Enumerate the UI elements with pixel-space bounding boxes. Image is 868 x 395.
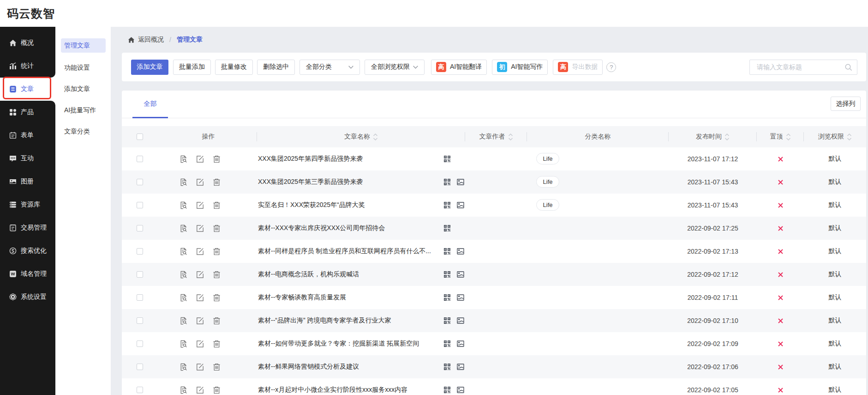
select-all-checkbox[interactable] bbox=[137, 134, 143, 140]
delete-article-icon[interactable] bbox=[213, 386, 221, 394]
submenu-item-3[interactable]: 添加文章 bbox=[55, 78, 111, 99]
row-checkbox[interactable] bbox=[137, 202, 143, 208]
sidebar-item-9[interactable]: 交易管理 bbox=[0, 216, 55, 239]
permission-filter-select[interactable]: 全部浏览权限 bbox=[365, 60, 425, 75]
row-checkbox[interactable] bbox=[137, 317, 143, 324]
sidebar-item-2[interactable]: 统计 bbox=[0, 55, 55, 78]
preview-article-icon[interactable] bbox=[180, 386, 187, 394]
article-title[interactable]: 素材--XXX专家出席庆祝XXX公司周年招待会 bbox=[258, 224, 385, 232]
ai-writing-button[interactable]: 初 AI智能写作 bbox=[492, 60, 548, 75]
article-title[interactable]: XXX集团2025年第三季新品强势来袭 bbox=[258, 178, 363, 186]
delete-article-icon[interactable] bbox=[213, 155, 221, 163]
not-pinned-cross-icon[interactable] bbox=[778, 157, 783, 162]
search-input[interactable] bbox=[749, 60, 857, 75]
delete-article-icon[interactable] bbox=[213, 271, 221, 279]
submenu-item-4[interactable]: AI批量写作 bbox=[55, 99, 111, 121]
row-checkbox[interactable] bbox=[137, 179, 143, 185]
not-pinned-cross-icon[interactable] bbox=[778, 203, 783, 208]
image-icon[interactable] bbox=[457, 271, 464, 278]
row-checkbox[interactable] bbox=[137, 225, 143, 231]
search-icon[interactable] bbox=[844, 63, 852, 71]
delete-selected-button[interactable]: 删除选中 bbox=[257, 60, 295, 75]
article-title[interactable]: 素材--x月起对中小微企业实行阶段性xxx服务xxx内容 bbox=[258, 386, 407, 394]
qr-code-icon[interactable] bbox=[443, 248, 451, 255]
home-icon[interactable] bbox=[128, 36, 135, 43]
article-title[interactable]: 素材--“品牌出海” 跨境电商专家学者及行业大家 bbox=[258, 316, 391, 325]
delete-article-icon[interactable] bbox=[213, 340, 221, 348]
sidebar-item-5[interactable]: 表单 bbox=[0, 124, 55, 147]
not-pinned-cross-icon[interactable] bbox=[778, 318, 783, 323]
category-filter-select[interactable]: 全部分类 bbox=[299, 60, 360, 75]
qr-code-icon[interactable] bbox=[443, 363, 451, 371]
not-pinned-cross-icon[interactable] bbox=[778, 388, 783, 393]
qr-code-icon[interactable] bbox=[443, 294, 451, 301]
batch-edit-button[interactable]: 批量修改 bbox=[215, 60, 253, 75]
preview-article-icon[interactable] bbox=[180, 225, 187, 232]
batch-add-button[interactable]: 批量添加 bbox=[173, 60, 211, 75]
submenu-item-5[interactable]: 文章分类 bbox=[55, 121, 111, 142]
preview-article-icon[interactable] bbox=[180, 201, 187, 209]
header-cell-pinned[interactable]: 置顶 bbox=[757, 126, 804, 147]
row-checkbox[interactable] bbox=[137, 248, 143, 255]
edit-article-icon[interactable] bbox=[196, 155, 204, 163]
sort-icon[interactable] bbox=[786, 134, 791, 140]
breadcrumb-back-link[interactable]: 返回概况 bbox=[138, 36, 164, 44]
image-icon[interactable] bbox=[457, 178, 464, 186]
tab-all[interactable]: 全部 bbox=[132, 91, 168, 118]
edit-article-icon[interactable] bbox=[196, 363, 204, 371]
sort-icon[interactable] bbox=[373, 134, 378, 140]
sidebar-item-3[interactable]: 文章 bbox=[0, 78, 55, 101]
article-title[interactable]: 素材--如何带动更多就业？专家：挖掘新渠道 拓展新空间 bbox=[258, 340, 419, 348]
header-cell-author[interactable]: 文章作者 bbox=[465, 126, 527, 147]
qr-code-icon[interactable] bbox=[443, 178, 451, 186]
article-title[interactable]: 素材--电商概念活跃，机构乐观喊话 bbox=[258, 270, 359, 279]
sidebar-item-12[interactable]: 系统设置 bbox=[0, 286, 55, 309]
preview-article-icon[interactable] bbox=[180, 178, 187, 186]
image-icon[interactable] bbox=[457, 201, 464, 209]
article-title[interactable]: XXX集团2025年第四季新品强势来袭 bbox=[258, 155, 363, 163]
preview-article-icon[interactable] bbox=[180, 317, 187, 325]
sort-icon[interactable] bbox=[847, 134, 852, 140]
not-pinned-cross-icon[interactable] bbox=[778, 272, 783, 277]
preview-article-icon[interactable] bbox=[180, 271, 187, 279]
row-checkbox[interactable] bbox=[137, 156, 143, 162]
sidebar-item-6[interactable]: 互动 bbox=[0, 147, 55, 170]
row-checkbox[interactable] bbox=[137, 364, 143, 370]
column-picker-button[interactable]: 选择列 bbox=[831, 97, 861, 111]
image-icon[interactable] bbox=[457, 317, 464, 324]
image-icon[interactable] bbox=[457, 363, 464, 371]
row-checkbox[interactable] bbox=[137, 340, 143, 347]
sidebar-item-7[interactable]: 图册 bbox=[0, 170, 55, 193]
sidebar-item-11[interactable]: 域名管理 bbox=[0, 262, 55, 286]
preview-article-icon[interactable] bbox=[180, 294, 187, 302]
header-cell-title[interactable]: 文章名称 bbox=[257, 126, 465, 147]
delete-article-icon[interactable] bbox=[213, 225, 221, 232]
not-pinned-cross-icon[interactable] bbox=[778, 365, 783, 370]
qr-code-icon[interactable] bbox=[443, 386, 451, 394]
ai-translate-button[interactable]: 高 AI智能翻译 bbox=[431, 60, 487, 75]
row-checkbox[interactable] bbox=[137, 294, 143, 301]
delete-article-icon[interactable] bbox=[213, 248, 221, 255]
submenu-item-manage-articles[interactable]: 管理文章 bbox=[61, 38, 106, 53]
delete-article-icon[interactable] bbox=[213, 317, 221, 325]
preview-article-icon[interactable] bbox=[180, 363, 187, 371]
row-checkbox[interactable] bbox=[137, 271, 143, 278]
row-checkbox[interactable] bbox=[137, 387, 143, 393]
edit-article-icon[interactable] bbox=[196, 294, 204, 302]
image-icon[interactable] bbox=[457, 386, 464, 394]
not-pinned-cross-icon[interactable] bbox=[778, 295, 783, 300]
qr-code-icon[interactable] bbox=[443, 225, 451, 232]
header-cell-permission[interactable]: 浏览权限 bbox=[804, 126, 866, 147]
sidebar-item-4[interactable]: 产品 bbox=[0, 101, 55, 124]
sidebar-item-10[interactable]: 搜索优化 bbox=[0, 239, 55, 262]
qr-code-icon[interactable] bbox=[443, 317, 451, 324]
edit-article-icon[interactable] bbox=[196, 317, 204, 325]
article-title[interactable]: 素材--专家畅谈教育高质量发展 bbox=[258, 293, 346, 302]
preview-article-icon[interactable] bbox=[180, 340, 187, 348]
header-cell-published[interactable]: 发布时间 bbox=[669, 126, 757, 147]
delete-article-icon[interactable] bbox=[213, 178, 221, 186]
article-title[interactable]: 素材--同样是程序员 制造业程序员和互联网程序员有什么不... bbox=[258, 247, 431, 255]
edit-article-icon[interactable] bbox=[196, 248, 204, 255]
article-title[interactable]: 实至名归！XXX荣获2025年“品牌大奖 bbox=[258, 201, 365, 209]
preview-article-icon[interactable] bbox=[180, 155, 187, 163]
